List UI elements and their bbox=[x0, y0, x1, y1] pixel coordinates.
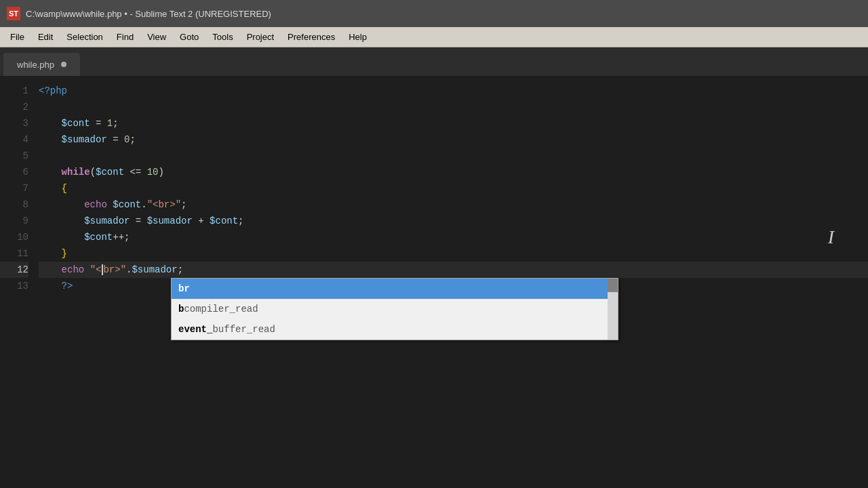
menu-preferences[interactable]: Preferences bbox=[281, 30, 342, 44]
menu-selection[interactable]: Selection bbox=[60, 30, 109, 44]
menu-project[interactable]: Project bbox=[240, 30, 281, 44]
ac-item-2-bold: event_ bbox=[178, 321, 212, 338]
title-bar: ST C:\wamp\www\while.php • - Sublime Tex… bbox=[0, 0, 868, 27]
menu-bar: File Edit Selection Find View Goto Tools… bbox=[0, 27, 868, 47]
autocomplete-scrollbar[interactable] bbox=[608, 279, 618, 340]
code-line-5 bbox=[39, 148, 868, 164]
line-num-2: 2 bbox=[0, 99, 28, 115]
autocomplete-dropdown[interactable]: br bcompiler_read event_buffer_read bbox=[171, 278, 618, 340]
line-numbers: 1 2 3 4 5 6 7 8 9 10 11 12 13 bbox=[0, 76, 35, 488]
code-area[interactable]: <?php $cont = 1; $sumador = 0; while($co… bbox=[35, 76, 868, 488]
line-num-11: 11 bbox=[0, 245, 28, 262]
line-num-1: 1 bbox=[0, 83, 28, 99]
tab-label: while.php bbox=[17, 60, 54, 70]
line-num-12: 12 bbox=[0, 262, 28, 278]
menu-view[interactable]: View bbox=[140, 30, 173, 44]
line-num-4: 4 bbox=[0, 131, 28, 148]
line-num-13: 13 bbox=[0, 278, 28, 294]
menu-help[interactable]: Help bbox=[342, 30, 374, 44]
ac-item-1-rest: compiler_read bbox=[184, 301, 258, 317]
tab-modified-indicator bbox=[61, 62, 66, 67]
autocomplete-item-2[interactable]: event_buffer_read bbox=[172, 319, 618, 340]
menu-file[interactable]: File bbox=[3, 30, 31, 44]
code-line-9: $sumador = $sumador + $cont; bbox=[39, 213, 868, 229]
tab-bar: while.php bbox=[0, 47, 868, 76]
line-num-7: 7 bbox=[0, 180, 28, 197]
menu-tools[interactable]: Tools bbox=[205, 30, 239, 44]
code-line-4: $sumador = 0; bbox=[39, 131, 868, 148]
line-num-9: 9 bbox=[0, 213, 28, 229]
line-num-5: 5 bbox=[0, 148, 28, 164]
code-line-8: echo $cont."<br>"; bbox=[39, 197, 868, 213]
menu-goto[interactable]: Goto bbox=[173, 30, 205, 44]
code-line-11: } bbox=[39, 245, 868, 262]
app-icon: ST bbox=[7, 7, 20, 20]
code-line-2 bbox=[39, 99, 868, 115]
autocomplete-scrollbar-thumb[interactable] bbox=[608, 279, 618, 292]
line-num-3: 3 bbox=[0, 115, 28, 131]
cursor-indicator: I bbox=[828, 229, 834, 245]
tab-while-php[interactable]: while.php bbox=[3, 53, 80, 76]
menu-find[interactable]: Find bbox=[110, 30, 140, 44]
menu-edit[interactable]: Edit bbox=[31, 30, 60, 44]
ac-item-0-bold: br bbox=[178, 281, 190, 297]
code-line-12: echo "<br>".$sumador; bbox=[39, 262, 868, 278]
ac-item-2-rest: buffer_read bbox=[212, 321, 275, 338]
code-line-7: { bbox=[39, 180, 868, 197]
code-line-6: while($cont <= 10) bbox=[39, 164, 868, 180]
autocomplete-item-1[interactable]: bcompiler_read bbox=[172, 299, 618, 319]
window-title: C:\wamp\www\while.php • - Sublime Text 2… bbox=[26, 9, 271, 19]
code-line-3: $cont = 1; bbox=[39, 115, 868, 131]
ac-item-1-bold: b bbox=[178, 301, 184, 317]
autocomplete-item-0[interactable]: br bbox=[172, 279, 618, 299]
line-num-10: 10 bbox=[0, 229, 28, 245]
code-line-10: $cont++; bbox=[39, 229, 868, 245]
line-num-8: 8 bbox=[0, 197, 28, 213]
line-num-6: 6 bbox=[0, 164, 28, 180]
code-line-1: <?php bbox=[39, 83, 868, 99]
editor: 1 2 3 4 5 6 7 8 9 10 11 12 13 <?php $con… bbox=[0, 76, 868, 488]
